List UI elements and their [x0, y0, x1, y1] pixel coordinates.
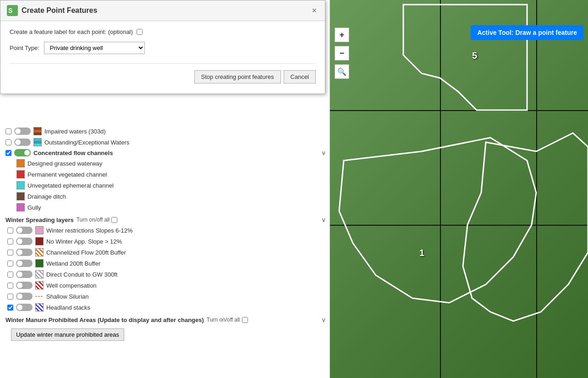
- wetland-buffer-checkbox[interactable]: [7, 261, 13, 267]
- map-search-button[interactable]: 🔍: [335, 64, 349, 79]
- winter-spreading-all-checkbox[interactable]: [111, 217, 117, 223]
- no-winter-app-toggle[interactable]: [16, 238, 33, 245]
- cancel-button[interactable]: Cancel: [284, 70, 316, 83]
- winter-spreading-children: Winter restrictions Slopes 6-12% No Wint…: [4, 225, 330, 313]
- svg-text:S: S: [8, 7, 12, 14]
- dialog-footer: Stop creating point features Cancel: [10, 70, 316, 86]
- layer-row-drainage-ditch: Drainage ditch: [15, 191, 330, 202]
- direct-conduit-label: Direct Conduit to GW 300ft: [46, 271, 117, 278]
- stop-button[interactable]: Stop creating point features: [194, 70, 281, 83]
- point-type-select[interactable]: Private drinking well Public water suppl…: [44, 42, 145, 54]
- winter-manure-header-left: Winter Manure Prohibited Areas (Update t…: [5, 317, 248, 323]
- winter-slopes-checkbox[interactable]: [7, 228, 13, 233]
- layer-row-well-compensation: Well compensation: [5, 280, 330, 291]
- active-tool-banner: Active Tool: Draw a point feature: [471, 25, 583, 40]
- map-area[interactable]: 5 1 Active Tool: Draw a point feature + …: [330, 0, 588, 378]
- shallow-silurian-icon: [35, 292, 44, 300]
- winter-spreading-chevron: ∨: [321, 216, 326, 223]
- layer-row-gully: Gully: [15, 202, 330, 213]
- concentrated-flow-toggle[interactable]: [14, 149, 31, 156]
- winter-manure-header[interactable]: Winter Manure Prohibited Areas (Update t…: [4, 315, 330, 325]
- dialog-overlay: S Create Point Features × Create a featu…: [0, 0, 330, 94]
- shallow-silurian-checkbox[interactable]: [7, 294, 13, 300]
- well-compensation-checkbox[interactable]: [7, 283, 13, 289]
- headland-stacks-toggle[interactable]: [16, 304, 33, 311]
- dialog-title-bar: S Create Point Features ×: [0, 0, 325, 21]
- winter-manure-turn-label: Turn on/off all: [207, 317, 240, 323]
- permanent-channel-label: Permanent vegetated channel: [27, 171, 107, 178]
- concentrated-flow-checkbox[interactable]: [5, 150, 11, 156]
- layer-row-permanent-channel: Permanent vegetated channel: [15, 169, 330, 180]
- impaired-toggle[interactable]: [14, 128, 31, 135]
- feature-label-checkbox[interactable]: [137, 29, 143, 35]
- unvegetated-channel-swatch: [16, 181, 25, 189]
- concentrated-flow-header-left: Concentrated flow channels: [5, 149, 113, 156]
- no-winter-app-swatch: [35, 237, 44, 245]
- unvegetated-channel-label: Unvegetated ephemeral channel: [27, 182, 114, 189]
- layer-row-unvegetated-channel: Unvegetated ephemeral channel: [15, 180, 330, 191]
- zoom-in-button[interactable]: +: [335, 28, 349, 42]
- winter-slopes-toggle[interactable]: [16, 227, 33, 234]
- winter-spreading-header[interactable]: Winter Spreading layers Turn on/off all …: [4, 215, 330, 225]
- point-type-row: Point Type: Private drinking well Public…: [10, 42, 316, 54]
- wetland-buffer-swatch: [35, 259, 44, 267]
- winter-manure-turn-on-off: Turn on/off all: [207, 317, 248, 323]
- impaired-checkbox[interactable]: [5, 128, 11, 134]
- outstanding-checkbox[interactable]: [5, 139, 11, 145]
- concentrated-flow-label: Concentrated flow channels: [33, 150, 113, 156]
- layer-row-shallow-silurian: Shallow Silurian: [5, 291, 330, 302]
- gully-swatch: [16, 203, 25, 211]
- drainage-ditch-label: Drainage ditch: [27, 193, 66, 200]
- headland-stacks-swatch: [35, 303, 44, 311]
- concentrated-flow-header[interactable]: Concentrated flow channels ∨: [4, 148, 330, 158]
- winter-manure-update-row: Update winter manure prohibited areas: [4, 325, 330, 343]
- channelized-flow-label: Channelized Flow 200ft Buffer: [46, 249, 126, 256]
- well-compensation-toggle[interactable]: [16, 282, 33, 289]
- concentrated-flow-children: Designed grassed waterway Permanent vege…: [4, 158, 330, 213]
- wetland-buffer-label: Wetland 200ft Buffer: [46, 260, 100, 267]
- channelized-flow-toggle[interactable]: [16, 249, 33, 256]
- layer-row-channelized-flow: Channelized Flow 200ft Buffer: [5, 247, 330, 258]
- update-winter-manure-button[interactable]: Update winter manure prohibited areas: [11, 328, 124, 341]
- winter-slopes-label: Winter restrictions Slopes 6-12%: [46, 227, 133, 234]
- layer-list: Impaired waters (303d) Outstanding/Excep…: [0, 124, 330, 343]
- channelized-flow-checkbox[interactable]: [7, 250, 13, 256]
- shallow-silurian-label: Shallow Silurian: [46, 293, 89, 300]
- outstanding-swatch: [33, 138, 42, 146]
- impaired-label: Impaired waters (303d): [44, 128, 106, 135]
- dialog-divider: [10, 63, 316, 64]
- winter-manure-all-checkbox[interactable]: [242, 317, 248, 323]
- layer-row-headland-stacks: Headland stacks: [5, 302, 330, 313]
- winter-manure-label: Winter Manure Prohibited Areas (Update t…: [5, 317, 204, 323]
- direct-conduit-checkbox[interactable]: [7, 272, 13, 278]
- create-point-dialog: S Create Point Features × Create a featu…: [0, 0, 325, 94]
- direct-conduit-swatch: [35, 270, 44, 278]
- field-label-5: 5: [472, 50, 477, 61]
- winter-spreading-header-left: Winter Spreading layers Turn on/off all: [5, 217, 117, 223]
- outstanding-label: Outstanding/Exceptional Waters: [44, 139, 129, 146]
- map-polygons: [330, 0, 588, 378]
- layer-row-impaired: Impaired waters (303d): [4, 126, 330, 137]
- app-logo: S: [7, 5, 18, 16]
- zoom-out-button[interactable]: −: [335, 46, 349, 61]
- dialog-close-button[interactable]: ×: [310, 6, 319, 16]
- label-row: Create a feature label for each point: (…: [10, 28, 316, 35]
- sidebar: S Create Point Features × Create a featu…: [0, 0, 330, 378]
- svg-marker-1: [339, 138, 536, 303]
- winter-spreading-turn-on-off: Turn on/off all: [77, 217, 118, 223]
- outstanding-toggle[interactable]: [14, 139, 31, 146]
- no-winter-app-checkbox[interactable]: [7, 239, 13, 245]
- direct-conduit-toggle[interactable]: [16, 271, 33, 278]
- svg-marker-2: [463, 133, 588, 321]
- well-compensation-swatch: [35, 281, 44, 289]
- impaired-swatch: [33, 127, 42, 135]
- winter-spreading-turn-label: Turn on/off all: [77, 217, 110, 223]
- field-label-1: 1: [419, 248, 424, 258]
- grassed-waterway-swatch: [16, 159, 25, 167]
- dialog-title: Create Point Features: [22, 6, 97, 15]
- wetland-buffer-toggle[interactable]: [16, 260, 33, 267]
- shallow-silurian-toggle[interactable]: [16, 293, 33, 300]
- layer-row-direct-conduit: Direct Conduit to GW 300ft: [5, 269, 330, 280]
- headland-stacks-checkbox[interactable]: [7, 305, 13, 311]
- map-controls: + − 🔍: [335, 28, 349, 79]
